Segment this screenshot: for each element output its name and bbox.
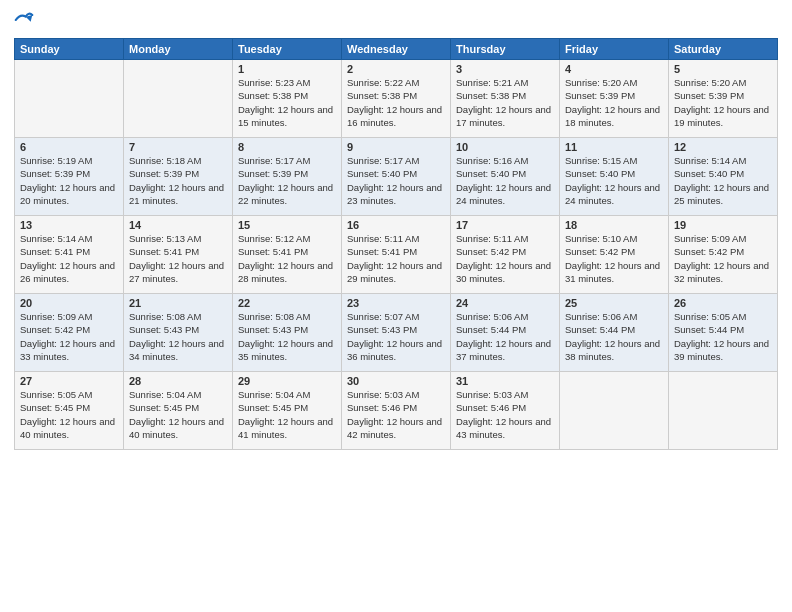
day-info: Sunrise: 5:06 AMSunset: 5:44 PMDaylight:… [456, 310, 554, 363]
day-number: 5 [674, 63, 772, 75]
daylight-text: Daylight: 12 hours and 34 minutes. [129, 337, 227, 364]
sunrise-text: Sunrise: 5:05 AM [674, 310, 772, 323]
day-info: Sunrise: 5:05 AMSunset: 5:45 PMDaylight:… [20, 388, 118, 441]
sunrise-text: Sunrise: 5:19 AM [20, 154, 118, 167]
day-number: 13 [20, 219, 118, 231]
daylight-text: Daylight: 12 hours and 20 minutes. [20, 181, 118, 208]
day-info: Sunrise: 5:23 AMSunset: 5:38 PMDaylight:… [238, 76, 336, 129]
sunset-text: Sunset: 5:39 PM [20, 167, 118, 180]
calendar-cell: 27Sunrise: 5:05 AMSunset: 5:45 PMDayligh… [15, 372, 124, 450]
sunrise-text: Sunrise: 5:10 AM [565, 232, 663, 245]
daylight-text: Daylight: 12 hours and 23 minutes. [347, 181, 445, 208]
day-info: Sunrise: 5:04 AMSunset: 5:45 PMDaylight:… [129, 388, 227, 441]
day-number: 27 [20, 375, 118, 387]
daylight-text: Daylight: 12 hours and 22 minutes. [238, 181, 336, 208]
daylight-text: Daylight: 12 hours and 17 minutes. [456, 103, 554, 130]
day-header-wednesday: Wednesday [342, 39, 451, 60]
daylight-text: Daylight: 12 hours and 21 minutes. [129, 181, 227, 208]
calendar-cell: 23Sunrise: 5:07 AMSunset: 5:43 PMDayligh… [342, 294, 451, 372]
daylight-text: Daylight: 12 hours and 37 minutes. [456, 337, 554, 364]
day-number: 10 [456, 141, 554, 153]
header [14, 10, 778, 30]
sunset-text: Sunset: 5:40 PM [565, 167, 663, 180]
day-number: 29 [238, 375, 336, 387]
sunset-text: Sunset: 5:39 PM [565, 89, 663, 102]
day-info: Sunrise: 5:12 AMSunset: 5:41 PMDaylight:… [238, 232, 336, 285]
day-number: 2 [347, 63, 445, 75]
daylight-text: Daylight: 12 hours and 41 minutes. [238, 415, 336, 442]
day-info: Sunrise: 5:21 AMSunset: 5:38 PMDaylight:… [456, 76, 554, 129]
day-number: 14 [129, 219, 227, 231]
calendar-cell: 17Sunrise: 5:11 AMSunset: 5:42 PMDayligh… [451, 216, 560, 294]
day-header-monday: Monday [124, 39, 233, 60]
day-info: Sunrise: 5:08 AMSunset: 5:43 PMDaylight:… [129, 310, 227, 363]
day-info: Sunrise: 5:10 AMSunset: 5:42 PMDaylight:… [565, 232, 663, 285]
sunrise-text: Sunrise: 5:06 AM [565, 310, 663, 323]
sunrise-text: Sunrise: 5:04 AM [238, 388, 336, 401]
day-number: 31 [456, 375, 554, 387]
day-number: 7 [129, 141, 227, 153]
calendar-cell: 20Sunrise: 5:09 AMSunset: 5:42 PMDayligh… [15, 294, 124, 372]
sunrise-text: Sunrise: 5:20 AM [565, 76, 663, 89]
calendar-cell: 1Sunrise: 5:23 AMSunset: 5:38 PMDaylight… [233, 60, 342, 138]
day-info: Sunrise: 5:22 AMSunset: 5:38 PMDaylight:… [347, 76, 445, 129]
sunset-text: Sunset: 5:41 PM [347, 245, 445, 258]
calendar-cell: 9Sunrise: 5:17 AMSunset: 5:40 PMDaylight… [342, 138, 451, 216]
sunrise-text: Sunrise: 5:17 AM [238, 154, 336, 167]
sunrise-text: Sunrise: 5:04 AM [129, 388, 227, 401]
sunset-text: Sunset: 5:38 PM [347, 89, 445, 102]
sunset-text: Sunset: 5:40 PM [674, 167, 772, 180]
daylight-text: Daylight: 12 hours and 32 minutes. [674, 259, 772, 286]
daylight-text: Daylight: 12 hours and 27 minutes. [129, 259, 227, 286]
daylight-text: Daylight: 12 hours and 16 minutes. [347, 103, 445, 130]
day-info: Sunrise: 5:06 AMSunset: 5:44 PMDaylight:… [565, 310, 663, 363]
sunrise-text: Sunrise: 5:08 AM [129, 310, 227, 323]
day-number: 12 [674, 141, 772, 153]
daylight-text: Daylight: 12 hours and 30 minutes. [456, 259, 554, 286]
daylight-text: Daylight: 12 hours and 39 minutes. [674, 337, 772, 364]
day-number: 17 [456, 219, 554, 231]
day-number: 15 [238, 219, 336, 231]
day-number: 23 [347, 297, 445, 309]
day-info: Sunrise: 5:13 AMSunset: 5:41 PMDaylight:… [129, 232, 227, 285]
week-row-4: 20Sunrise: 5:09 AMSunset: 5:42 PMDayligh… [15, 294, 778, 372]
sunset-text: Sunset: 5:41 PM [238, 245, 336, 258]
sunset-text: Sunset: 5:42 PM [565, 245, 663, 258]
sunrise-text: Sunrise: 5:09 AM [674, 232, 772, 245]
calendar-cell: 28Sunrise: 5:04 AMSunset: 5:45 PMDayligh… [124, 372, 233, 450]
sunset-text: Sunset: 5:40 PM [347, 167, 445, 180]
calendar-cell: 26Sunrise: 5:05 AMSunset: 5:44 PMDayligh… [669, 294, 778, 372]
sunrise-text: Sunrise: 5:14 AM [20, 232, 118, 245]
week-row-1: 1Sunrise: 5:23 AMSunset: 5:38 PMDaylight… [15, 60, 778, 138]
day-info: Sunrise: 5:07 AMSunset: 5:43 PMDaylight:… [347, 310, 445, 363]
day-info: Sunrise: 5:11 AMSunset: 5:42 PMDaylight:… [456, 232, 554, 285]
sunrise-text: Sunrise: 5:16 AM [456, 154, 554, 167]
sunrise-text: Sunrise: 5:22 AM [347, 76, 445, 89]
sunset-text: Sunset: 5:40 PM [456, 167, 554, 180]
daylight-text: Daylight: 12 hours and 25 minutes. [674, 181, 772, 208]
logo [14, 10, 38, 30]
day-number: 19 [674, 219, 772, 231]
daylight-text: Daylight: 12 hours and 42 minutes. [347, 415, 445, 442]
daylight-text: Daylight: 12 hours and 36 minutes. [347, 337, 445, 364]
sunset-text: Sunset: 5:38 PM [238, 89, 336, 102]
calendar-cell: 11Sunrise: 5:15 AMSunset: 5:40 PMDayligh… [560, 138, 669, 216]
sunrise-text: Sunrise: 5:15 AM [565, 154, 663, 167]
calendar-cell: 16Sunrise: 5:11 AMSunset: 5:41 PMDayligh… [342, 216, 451, 294]
calendar-cell: 25Sunrise: 5:06 AMSunset: 5:44 PMDayligh… [560, 294, 669, 372]
sunset-text: Sunset: 5:42 PM [674, 245, 772, 258]
daylight-text: Daylight: 12 hours and 24 minutes. [456, 181, 554, 208]
calendar-cell: 24Sunrise: 5:06 AMSunset: 5:44 PMDayligh… [451, 294, 560, 372]
calendar-cell: 5Sunrise: 5:20 AMSunset: 5:39 PMDaylight… [669, 60, 778, 138]
calendar-cell: 19Sunrise: 5:09 AMSunset: 5:42 PMDayligh… [669, 216, 778, 294]
sunset-text: Sunset: 5:45 PM [20, 401, 118, 414]
day-info: Sunrise: 5:04 AMSunset: 5:45 PMDaylight:… [238, 388, 336, 441]
daylight-text: Daylight: 12 hours and 31 minutes. [565, 259, 663, 286]
daylight-text: Daylight: 12 hours and 40 minutes. [20, 415, 118, 442]
day-header-saturday: Saturday [669, 39, 778, 60]
week-row-3: 13Sunrise: 5:14 AMSunset: 5:41 PMDayligh… [15, 216, 778, 294]
calendar-cell: 30Sunrise: 5:03 AMSunset: 5:46 PMDayligh… [342, 372, 451, 450]
daylight-text: Daylight: 12 hours and 18 minutes. [565, 103, 663, 130]
sunrise-text: Sunrise: 5:08 AM [238, 310, 336, 323]
day-number: 22 [238, 297, 336, 309]
